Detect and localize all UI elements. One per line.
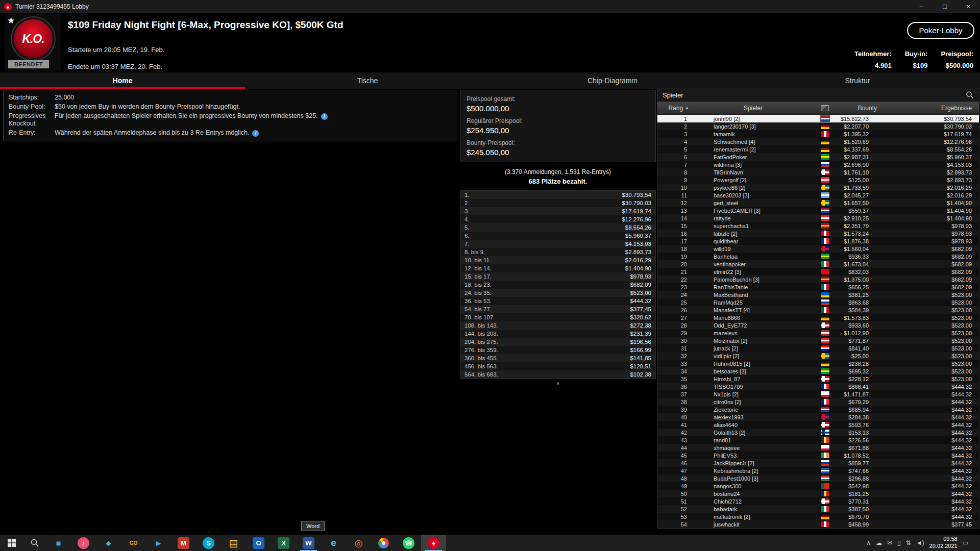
player-row[interactable]: 1jonhf90 [2]$15.822,73$30.793,54 bbox=[657, 115, 979, 122]
column-header-ergebnisse[interactable]: Ergebnisse bbox=[877, 105, 979, 112]
player-rank: 7 bbox=[657, 162, 690, 168]
player-row[interactable]: 23RanThisTable$656,25$682,09 bbox=[657, 283, 979, 291]
volume-icon[interactable]: ◄) bbox=[916, 539, 924, 546]
poker-lobby-button[interactable]: Poker-Lobby bbox=[907, 22, 974, 39]
taskbar-outlook[interactable]: O bbox=[246, 535, 271, 551]
player-row[interactable]: 27Manu8866$1.573,83$523,00 bbox=[657, 314, 979, 321]
tab-tische[interactable]: Tische bbox=[245, 72, 490, 89]
payout-row: 24. bis 35.$523,00 bbox=[460, 289, 655, 297]
player-row[interactable]: 44shmaqeee$671,88$444,32 bbox=[657, 444, 979, 452]
player-row[interactable]: 49nangos300$542,98$444,32 bbox=[657, 482, 979, 490]
taskbar-edge[interactable]: e bbox=[321, 535, 346, 551]
player-row[interactable]: 7wildirina [3]$2.696,90$4.153,03 bbox=[657, 161, 979, 168]
player-row[interactable]: 28Odd_EyE772$933,60$523,00 bbox=[657, 321, 979, 329]
info-icon[interactable]: i bbox=[252, 130, 259, 137]
tab-struktur[interactable]: Struktur bbox=[735, 72, 980, 89]
player-row[interactable]: 26ManafesTT [4]$584,39$523,00 bbox=[657, 306, 979, 314]
minimize-button[interactable]: – bbox=[910, 0, 933, 13]
taskbar-firefox[interactable]: ◎ bbox=[346, 535, 371, 551]
player-row[interactable]: 12gert_steel$1.657,50$1.404,90 bbox=[657, 199, 979, 207]
player-row[interactable]: 46JackRipperJr [2]$859,77$444,32 bbox=[657, 459, 979, 467]
player-row[interactable]: 54juswhackit$458,99$377,45 bbox=[657, 520, 979, 528]
player-row[interactable]: 20ventinapoker$1.673,04$682,09 bbox=[657, 260, 979, 268]
taskbar-clock[interactable]: 09:58 20.02.2021 bbox=[929, 536, 958, 550]
taskbar-word[interactable]: W bbox=[296, 535, 321, 551]
player-row[interactable]: 11base30203 [3]$2.045,27$2.016,29 bbox=[657, 191, 979, 199]
column-header-rang[interactable]: Rang▲ bbox=[657, 105, 690, 112]
player-row[interactable]: 33Ruhmi0815 [2]$238,28$523,00 bbox=[657, 360, 979, 367]
player-row[interactable]: 31jutrack [2]$841,40$523,00 bbox=[657, 344, 979, 352]
player-row[interactable]: 2langer230170 [3]$2.207,70$30.790,03 bbox=[657, 122, 979, 130]
maximize-button[interactable]: □ bbox=[933, 0, 957, 13]
tab-chip-diagramm[interactable]: Chip-Diagramm bbox=[490, 72, 735, 89]
column-header-bounty[interactable]: Bounty bbox=[834, 105, 877, 112]
taskbar-excel[interactable]: X bbox=[271, 535, 296, 551]
player-row[interactable]: 18willd19$1.560,04$682,09 bbox=[657, 245, 979, 253]
info-icon[interactable]: i bbox=[321, 113, 328, 120]
player-row[interactable]: 15superchacha1$2.351,79$978,93 bbox=[657, 222, 979, 230]
player-row[interactable]: 4Schwachmed [4]$1.529,69$12.276,96 bbox=[657, 138, 979, 145]
mail-icon[interactable]: ✉ bbox=[887, 539, 892, 546]
player-row[interactable]: 21elmiri22 [3]$832,03$682,09 bbox=[657, 268, 979, 276]
player-row[interactable]: 13FivebetGAMER [3]$559,37$1.404,90 bbox=[657, 207, 979, 214]
player-row[interactable]: 19Banhetaa$936,33$682,09 bbox=[657, 253, 979, 260]
player-row[interactable]: 52babadark$387,50$444,32 bbox=[657, 505, 979, 513]
taskbar-chrome[interactable] bbox=[371, 535, 396, 551]
player-row[interactable]: 42Golaith13 [2]$153,13$444,32 bbox=[657, 429, 979, 436]
player-row[interactable]: 22PalomoBuchón [3]$1.375,00$682,09 bbox=[657, 276, 979, 283]
player-row[interactable]: 9Powergolf [2]$125,00$2.893,73 bbox=[657, 176, 979, 184]
player-row[interactable]: 35Hiroshi_87$228,12$523,00 bbox=[657, 375, 979, 383]
player-row[interactable]: 47Kebrashmebra [2]$747,66$444,32 bbox=[657, 467, 979, 474]
player-row[interactable]: 45PhilEV53$1.078,52$444,32 bbox=[657, 452, 979, 459]
player-row[interactable]: 24MaxBesthand$381,25$523,00 bbox=[657, 291, 979, 298]
player-row[interactable]: 39Zieketorie$685,94$444,32 bbox=[657, 406, 979, 413]
taskbar-search-button[interactable] bbox=[23, 535, 46, 551]
taskbar-whatsapp[interactable]: ☎ bbox=[396, 535, 421, 551]
action-center-icon[interactable]: ▭ bbox=[963, 539, 968, 546]
network-icon[interactable]: ⇅ bbox=[906, 539, 911, 546]
player-row[interactable]: 5renemastermi [2]$4.337,69$8.554,26 bbox=[657, 145, 979, 153]
search-icon[interactable] bbox=[966, 91, 974, 99]
column-header-country[interactable] bbox=[816, 105, 834, 111]
player-row[interactable]: 51Chichi2712$770,31$444,32 bbox=[657, 497, 979, 505]
player-row[interactable]: 34betsoares [3]$695,32$523,00 bbox=[657, 367, 979, 375]
taskbar-skype[interactable]: S bbox=[196, 535, 221, 551]
taskbar-pokerstars[interactable]: ♠ bbox=[421, 535, 446, 551]
player-row[interactable]: 6FatGodPoker$2.987,31$5.960,37 bbox=[657, 153, 979, 161]
taskbar-prime-video[interactable]: ▶ bbox=[146, 535, 171, 551]
player-row[interactable]: 25RamMqd25$863,68$523,00 bbox=[657, 298, 979, 306]
taskbar-sky-go[interactable]: GO bbox=[121, 535, 146, 551]
player-row[interactable]: 40alexlex1993$284,38$444,32 bbox=[657, 413, 979, 421]
tab-home[interactable]: Home bbox=[0, 72, 245, 89]
taskbar-music[interactable]: ♪ bbox=[71, 535, 96, 551]
player-row[interactable]: 30Moizinator [2]$771,87$523,00 bbox=[657, 337, 979, 344]
player-row[interactable]: 41alias4640$593,76$444,32 bbox=[657, 421, 979, 429]
player-row[interactable]: 53malkatronik [2]$679,70$444,32 bbox=[657, 513, 979, 520]
player-row[interactable]: 16labizle [2]$1.573,24$978,93 bbox=[657, 230, 979, 237]
player-row[interactable]: 29mazelevs$1.012,90$523,00 bbox=[657, 329, 979, 337]
player-row[interactable]: 36TISSO1709$866,41$444,32 bbox=[657, 383, 979, 390]
player-name: ventinapoker bbox=[690, 261, 816, 267]
player-row[interactable]: 48BudaPest1000 [3]$296,88$444,32 bbox=[657, 474, 979, 482]
column-header-spieler[interactable]: Spieler bbox=[690, 105, 816, 112]
taskbar-viewer[interactable]: ◆ bbox=[96, 535, 121, 551]
player-row[interactable]: 38citro0ns [2]$679,29$444,32 bbox=[657, 398, 979, 406]
player-row[interactable]: 50bostanu24$181,25$444,32 bbox=[657, 490, 979, 497]
taskbar-file-explorer[interactable]: ▤ bbox=[221, 535, 246, 551]
player-row[interactable]: 10psykee86 [2]$1.733,59$2.016,29 bbox=[657, 184, 979, 191]
player-row[interactable]: 8TilGrinNavn$1.761,10$2.893,73 bbox=[657, 168, 979, 176]
taskbar-photos[interactable]: ◉ bbox=[46, 535, 71, 551]
start-button[interactable] bbox=[0, 535, 23, 551]
battery-icon[interactable]: ▯ bbox=[897, 539, 901, 546]
player-row[interactable]: 37Nx1pls [2]$1.471,87$444,32 bbox=[657, 390, 979, 398]
player-row[interactable]: 14rattyde$2.910,25$1.404,90 bbox=[657, 214, 979, 222]
player-row[interactable]: 43rand81$226,56$444,32 bbox=[657, 436, 979, 444]
taskbar-mcafee[interactable]: M bbox=[171, 535, 196, 551]
player-row[interactable]: 17quiditbear$1.876,38$978,93 bbox=[657, 237, 979, 245]
player-row[interactable]: 32vidi.pkr [2]$25,00$523,00 bbox=[657, 352, 979, 360]
onedrive-icon[interactable]: ☁ bbox=[876, 539, 882, 546]
close-button[interactable]: × bbox=[957, 0, 980, 13]
scroll-up-icon[interactable]: ∧ bbox=[460, 380, 656, 387]
player-row[interactable]: 3tamamik$1.395,32$17.619,74 bbox=[657, 130, 979, 138]
hidden-icons-caret[interactable]: ∧ bbox=[866, 539, 871, 546]
